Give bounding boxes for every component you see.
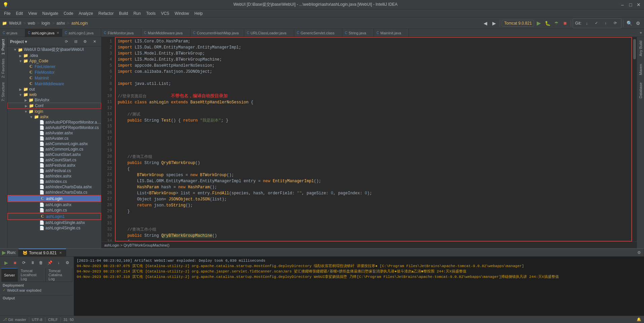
tree-ashindexcharts[interactable]: 📄ashIndexChartsData.ashx	[7, 184, 101, 190]
nav-ashx[interactable]: ashx	[55, 21, 66, 26]
git-update-button[interactable]: ↓	[583, 19, 591, 27]
menu-window[interactable]: Window	[172, 10, 192, 17]
git-history-button[interactable]: ⟳	[611, 19, 619, 27]
nav-ashlogin[interactable]: ashLogin	[70, 21, 89, 26]
tree-ashlogin-ashx[interactable]: 📄ashLogin.ashx	[7, 202, 101, 207]
tree-out[interactable]: ▶ 📁 out	[7, 87, 101, 92]
tomcat-tab-close[interactable]: ✕	[59, 251, 62, 255]
tree-ashlogin-cs[interactable]: 📄ashLogin.cs	[7, 207, 101, 213]
tree-ashcountstart-cs[interactable]: 📄ashCountStart.cs	[7, 157, 101, 163]
tree-maininit[interactable]: C MainInit	[7, 75, 101, 81]
tree-ashx[interactable]: ▼ 📁 ashx	[7, 114, 101, 120]
notification-status[interactable]: 🔔	[637, 317, 641, 322]
tab-ashlogin-java[interactable]: C ashLogin.java ✕	[25, 29, 62, 37]
sidebar-collapse-button[interactable]: ⊟	[72, 38, 80, 46]
minimize-button[interactable]: –	[620, 2, 625, 7]
menu-navigate[interactable]: Navigate	[40, 10, 61, 17]
run-refresh-button[interactable]: ⟳	[20, 259, 28, 267]
tree-conf[interactable]: ▶ 📁 Conf	[7, 103, 101, 109]
settings-button[interactable]: ⚙	[634, 19, 642, 27]
git-commit-button[interactable]: ✓	[592, 19, 600, 27]
menu-file[interactable]: File	[1, 10, 13, 17]
tab-close-icon[interactable]: ✕	[56, 31, 59, 35]
forward-button[interactable]: ▶	[490, 19, 498, 27]
tree-ashfestival-cs[interactable]: 📄ashFestival.cs	[7, 168, 101, 173]
tree-ashavater[interactable]: 📄ashAvater.ashx	[7, 130, 101, 136]
run-settings2-button[interactable]: ⚙	[64, 259, 71, 267]
run-stop-button[interactable]: ■	[11, 259, 19, 267]
maven-panel[interactable]: Maven	[637, 59, 644, 79]
sidebar-sync-button[interactable]: ⟳	[62, 38, 70, 46]
tree-idea[interactable]: ▶ 📁 .idea	[7, 53, 101, 58]
favorites-tab[interactable]: 2: Favorites	[0, 57, 7, 80]
menu-refactor[interactable]: Refactor	[96, 10, 116, 17]
tree-binashx[interactable]: ▶ 📁 BinAshx	[7, 97, 101, 103]
any-build-panel[interactable]: Any Build	[637, 38, 644, 59]
tab-maininit-java[interactable]: C MainInit.java ✕	[374, 29, 409, 37]
tree-filelistener[interactable]: C FileListener	[7, 64, 101, 69]
tree-login[interactable]: ▼ 📁 login	[7, 109, 101, 114]
tree-appcode[interactable]: ▼ 📁 App_Code	[7, 58, 101, 64]
database-panel[interactable]: Database	[637, 80, 644, 100]
coverage-button[interactable]: ☂	[552, 19, 560, 27]
menu-view[interactable]: View	[26, 10, 40, 17]
catalinacat-subtab[interactable]: Tomcat Catalina Log	[46, 268, 72, 282]
git-push-button[interactable]: ↑	[602, 19, 610, 27]
tab-ashlogin1-java[interactable]: C ashLogin1.java ✕	[62, 29, 101, 37]
tab-er-java[interactable]: C er.java ✕	[0, 29, 25, 37]
tree-ashindex[interactable]: 📄ashIndex.ashx	[7, 173, 101, 179]
tab-string-java[interactable]: C String.java ✕	[342, 29, 374, 37]
tree-ashcommonlogin-cs[interactable]: 📄ashCommonLogin.cs	[7, 147, 101, 152]
run-clear-button[interactable]: 🗑	[38, 259, 45, 267]
tree-mainmiddleware[interactable]: C MainMiddleware	[7, 81, 101, 87]
scroll-thumb[interactable]	[633, 39, 636, 59]
tree-filemonitor[interactable]: C FileMonitor	[7, 69, 101, 75]
line-sep-status[interactable]: CRLF	[48, 318, 58, 322]
menu-build[interactable]: Build	[116, 10, 131, 17]
tree-ashlogin1[interactable]: C ashLogin1	[7, 213, 101, 220]
tab-genericservlet-class[interactable]: C GenericServlet.class ✕	[294, 29, 342, 37]
debug-button[interactable]: 🐛	[543, 19, 552, 27]
menu-code[interactable]: Code	[61, 10, 76, 17]
run-pause-button[interactable]: ⏸	[29, 259, 36, 267]
tree-ashcommonlogin[interactable]: 📄ashCommonLogin.ashx	[7, 141, 101, 147]
close-button[interactable]: ✕	[636, 2, 641, 7]
tab-filemonitor-java[interactable]: C FileMonitor.java ✕	[101, 29, 141, 37]
tree-ashautopdf-cs[interactable]: 📄ashAutoPDFReportMonitor.cs	[7, 125, 101, 130]
deployment-item[interactable]: ✓ WebUI:war exploded	[3, 288, 71, 292]
tree-web[interactable]: ▼ 📁 web	[7, 92, 101, 97]
tomcat-tab[interactable]: 🐱 Tomcat 9.0.821 ✕	[18, 249, 66, 256]
run-pin-button[interactable]: 📌	[46, 259, 53, 267]
tree-ashlogin[interactable]: C ashLogin	[7, 195, 101, 202]
tree-ashfestival[interactable]: 📄ashFestival.ashx	[7, 163, 101, 168]
settings-tab-btn[interactable]: ⚙	[635, 249, 644, 256]
code-editor[interactable]: import LIS.Core.Dto.HashParam; import LI…	[115, 37, 632, 241]
tree-ashautopdf[interactable]: 📄ashAutoPDFReportMonitor.ashx	[7, 120, 101, 125]
project-tab[interactable]: 1: Project	[0, 37, 7, 57]
project-name[interactable]: WebUI	[8, 21, 23, 26]
tree-ashindexcharts-cs[interactable]: 📄ashIndexChartsData.cs	[7, 190, 101, 195]
nav-login[interactable]: login	[40, 21, 51, 26]
sidebar-settings-button[interactable]: ⚙	[81, 38, 89, 46]
tabs-overflow[interactable]: ▾	[638, 29, 644, 37]
server-subtab[interactable]: Server	[1, 268, 18, 282]
menu-analyze[interactable]: Analyze	[76, 10, 96, 17]
structure-tab[interactable]: 7: Structure	[0, 80, 7, 103]
tree-ashlogin4single-cs[interactable]: 📄ashLogin4Single.cs	[7, 225, 101, 231]
sidebar-close-button[interactable]: ✕	[90, 38, 99, 46]
tomcat-config[interactable]: Tomcat 9.0.821	[502, 20, 534, 27]
tab-urlclassloader-java[interactable]: C URLClassLoader.java ✕	[244, 29, 294, 37]
menu-vcs[interactable]: VCS	[158, 10, 172, 17]
catalinalog-subtab[interactable]: Tomcat Localhost Log	[18, 268, 46, 282]
encoding-status[interactable]: UTF-8	[32, 318, 42, 322]
tree-ashavater-cs[interactable]: 📄ashAvater.cs	[7, 136, 101, 141]
editor-scrollbar[interactable]	[632, 37, 637, 241]
run-button[interactable]: ▶	[535, 19, 543, 27]
menu-help[interactable]: Help	[192, 10, 205, 17]
tree-ashcountstart[interactable]: 📄ashCountStart.ashx	[7, 152, 101, 157]
git-status[interactable]: ⎇ Git: master	[3, 317, 26, 322]
run-scroll-button[interactable]: ↓	[55, 259, 62, 267]
run-restart-button[interactable]: ▶	[3, 259, 10, 267]
tree-ashindex-cs[interactable]: 📄ashIndex.cs	[7, 179, 101, 184]
tree-ashlogin4single[interactable]: 📄ashLogin4Single.ashx	[7, 220, 101, 225]
